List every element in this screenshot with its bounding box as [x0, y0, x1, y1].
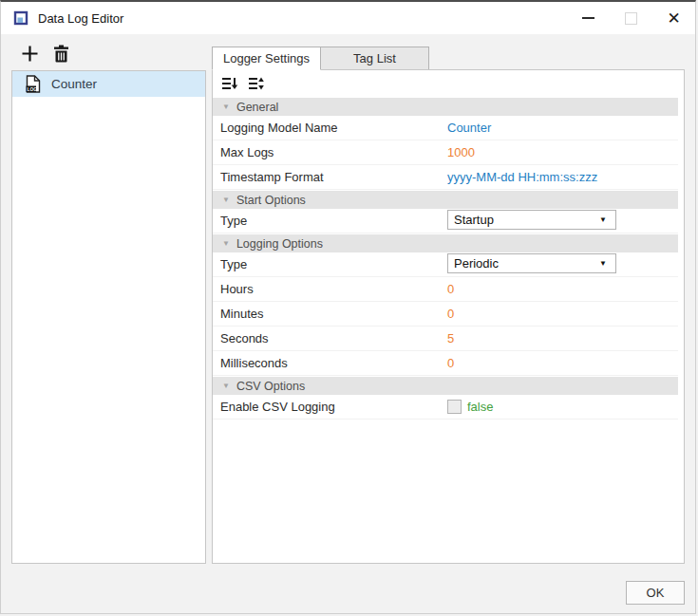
log-list-toolbar — [18, 42, 72, 65]
type-dropdown[interactable]: Periodic▼ — [447, 253, 616, 273]
enable-csv-logging-checkbox[interactable] — [447, 400, 462, 414]
property-row-max-logs: Max Logs1000 — [213, 140, 678, 165]
title-bar: Data Log Editor ✕ — [1, 2, 695, 34]
minutes-value[interactable]: 0 — [447, 307, 454, 321]
property-row-milliseconds: Milliseconds0 — [213, 351, 678, 376]
maximize-button — [610, 2, 652, 34]
property-name: Timestamp Format — [220, 170, 324, 184]
svg-text:LOG: LOG — [28, 87, 38, 92]
tab-bar: Logger Settings Tag List — [212, 47, 429, 70]
collapse-triangle-icon: ▼ — [222, 240, 230, 248]
section-header-general[interactable]: ▼General — [213, 98, 678, 116]
dropdown-selected-value: Periodic — [454, 256, 499, 271]
section-title: Logging Options — [236, 237, 323, 251]
tab-tag-list-label: Tag List — [353, 51, 396, 65]
chevron-down-icon: ▼ — [599, 215, 607, 224]
maximize-icon — [625, 12, 637, 25]
sort-descending-button[interactable] — [220, 74, 239, 93]
sort-descending-icon — [221, 76, 238, 91]
property-name: Type — [220, 214, 247, 228]
property-name: Seconds — [220, 331, 269, 345]
property-name: Minutes — [220, 307, 264, 321]
property-name: Hours — [220, 282, 254, 296]
section-title: Start Options — [236, 194, 306, 207]
sort-both-button[interactable] — [247, 74, 266, 93]
collapse-triangle-icon: ▼ — [222, 196, 230, 204]
data-log-editor-window: Data Log Editor ✕ — [0, 0, 696, 614]
section-title: General — [236, 101, 278, 114]
property-row-logging-model-name: Logging Model NameCounter — [213, 116, 678, 140]
property-row-hours: Hours0 — [213, 277, 678, 302]
seconds-value[interactable]: 5 — [447, 331, 454, 345]
property-row-type: TypePeriodic▼ — [213, 252, 678, 277]
close-icon: ✕ — [667, 9, 680, 28]
property-name: Max Logs — [220, 145, 274, 159]
section-header-csv-options[interactable]: ▼CSV Options — [213, 377, 678, 395]
tab-tag-list[interactable]: Tag List — [321, 47, 429, 70]
property-row-type: TypeStartup▼ — [213, 209, 678, 233]
tab-logger-settings[interactable]: Logger Settings — [212, 47, 321, 70]
type-dropdown[interactable]: Startup▼ — [447, 210, 616, 230]
tab-logger-settings-label: Logger Settings — [223, 51, 310, 65]
logger-settings-panel: ▼GeneralLogging Model NameCounterMax Log… — [212, 69, 685, 564]
delete-log-button[interactable] — [49, 42, 72, 65]
max-logs-value[interactable]: 1000 — [447, 145, 475, 159]
close-button[interactable]: ✕ — [652, 2, 695, 34]
minimize-icon — [582, 17, 594, 19]
window-title: Data Log Editor — [38, 11, 123, 26]
milliseconds-value[interactable]: 0 — [447, 356, 454, 370]
logger-list-item-label: Counter — [51, 77, 97, 91]
property-name: Type — [220, 257, 247, 271]
minimize-button[interactable] — [567, 2, 610, 34]
ok-button[interactable]: OK — [626, 581, 685, 605]
timestamp-format-value[interactable]: yyyy-MM-dd HH:mm:ss:zzz — [447, 170, 597, 184]
collapse-triangle-icon: ▼ — [222, 383, 230, 390]
checkbox-value-label: false — [467, 400, 493, 414]
section-header-logging-options[interactable]: ▼Logging Options — [213, 234, 678, 252]
sort-ascending-descending-icon — [248, 76, 265, 91]
app-icon — [13, 10, 29, 27]
chevron-down-icon: ▼ — [599, 259, 607, 268]
trash-icon — [53, 45, 69, 63]
enable-csv-logging-field: false — [447, 400, 493, 414]
logger-list-item-counter[interactable]: LOG Counter — [12, 71, 205, 97]
logger-list: LOG Counter — [11, 70, 206, 564]
property-row-seconds: Seconds5 — [213, 327, 678, 351]
dropdown-selected-value: Startup — [454, 213, 494, 227]
property-row-enable-csv-logging: Enable CSV Loggingfalse — [213, 395, 678, 420]
section-header-start-options[interactable]: ▼Start Options — [213, 191, 678, 209]
property-name: Logging Model Name — [220, 121, 338, 135]
property-row-timestamp-format: Timestamp Formatyyyy-MM-dd HH:mm:ss:zzz — [213, 165, 678, 190]
property-name: Enable CSV Logging — [220, 400, 335, 414]
plus-icon — [21, 45, 39, 63]
logging-model-name-value[interactable]: Counter — [447, 121, 491, 135]
log-document-icon: LOG — [26, 75, 41, 93]
property-row-minutes: Minutes0 — [213, 302, 678, 327]
collapse-triangle-icon: ▼ — [222, 103, 230, 111]
section-title: CSV Options — [236, 380, 305, 393]
add-log-button[interactable] — [18, 42, 41, 65]
hours-value[interactable]: 0 — [447, 282, 454, 296]
property-grid: ▼GeneralLogging Model NameCounterMax Log… — [213, 98, 678, 420]
property-name: Milliseconds — [220, 356, 288, 370]
window-controls: ✕ — [567, 2, 695, 34]
property-toolbar — [213, 70, 684, 97]
